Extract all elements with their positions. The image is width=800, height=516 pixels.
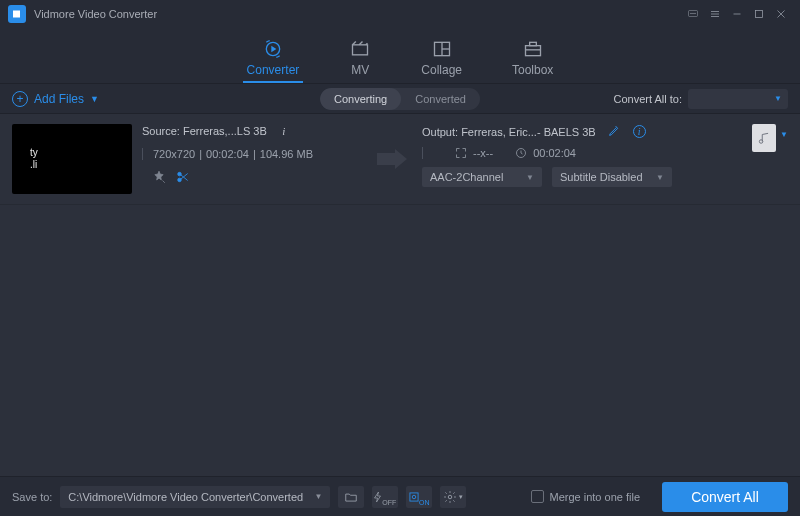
close-icon[interactable] [770,3,792,25]
merge-label: Merge into one file [550,491,641,503]
source-label: Source: [142,125,180,137]
gpu-button[interactable]: ON [406,486,432,508]
mv-icon [349,39,371,59]
tab-label: Converter [247,63,300,77]
feedback-icon[interactable] [682,3,704,25]
app-logo [8,5,26,23]
output-column: Output: Ferreras, Eric...- BAELS 3B i --… [422,124,742,194]
svg-line-23 [163,181,165,183]
tab-mv[interactable]: MV [349,39,371,83]
tab-label: Toolbox [512,63,553,77]
output-label: Output: [422,126,458,138]
segment-converted[interactable]: Converted [401,88,480,110]
star-wand-icon[interactable] [152,170,166,184]
scissors-icon[interactable] [176,170,190,184]
toolbox-icon [522,39,544,59]
format-dropdown-icon[interactable]: ▼ [780,130,788,139]
file-row: ty.li Source: Ferreras,...LS 3B i 720x72… [0,114,800,205]
source-duration: 00:02:04 [206,148,249,160]
expand-icon [455,147,467,159]
save-to-label: Save to: [12,491,52,503]
info-icon[interactable]: i [277,124,291,138]
titlebar: Vidmore Video Converter [0,0,800,28]
plus-circle-icon: + [12,91,28,107]
open-folder-button[interactable] [338,486,364,508]
video-thumbnail[interactable]: ty.li [12,124,132,194]
output-resolution: --x-- [473,147,493,159]
svg-marker-12 [271,46,276,53]
svg-point-31 [412,495,416,499]
dropdown-icon: ▼ [774,94,782,103]
clock-icon [515,147,527,159]
add-files-label: Add Files [34,92,84,106]
checkbox-icon [531,490,544,503]
svg-point-2 [693,13,694,14]
lightning-button[interactable]: OFF [372,486,398,508]
converter-icon [262,39,284,59]
status-segment: Converting Converted [320,88,480,110]
toolbar: + Add Files ▼ Converting Converted Conve… [0,84,800,114]
info-output-icon[interactable]: i [633,125,646,138]
source-column: Source: Ferreras,...LS 3B i 720x720 | 00… [142,124,362,194]
source-resolution: 720x720 [153,148,195,160]
menu-icon[interactable] [704,3,726,25]
footer: Save to: C:\Vidmore\Vidmore Video Conver… [0,476,800,516]
output-filename: Ferreras, Eric...- BAELS 3B [461,126,595,138]
svg-rect-30 [410,492,418,500]
collage-icon [431,39,453,59]
convert-all-to: Convert All to: ▼ [614,89,788,109]
svg-rect-21 [529,42,536,45]
save-path-select[interactable]: C:\Vidmore\Vidmore Video Converter\Conve… [60,486,330,508]
source-filename: Ferreras,...LS 3B [183,125,267,137]
format-tile[interactable] [752,124,776,152]
dropdown-icon: ▼ [656,173,664,182]
tab-label: MV [351,63,369,77]
maximize-icon[interactable] [748,3,770,25]
file-list: ty.li Source: Ferreras,...LS 3B i 720x72… [0,114,800,476]
subtitle-select[interactable]: Subtitle Disabled▼ [552,167,672,187]
arrow-right-icon [372,124,412,194]
source-size: 104.96 MB [260,148,313,160]
svg-point-32 [449,495,453,499]
svg-point-3 [695,13,696,14]
tab-label: Collage [421,63,462,77]
svg-rect-8 [756,11,763,18]
chevron-down-icon: ▼ [90,94,99,104]
tab-converter[interactable]: Converter [247,39,300,83]
add-files-button[interactable]: + Add Files ▼ [12,91,99,107]
settings-button[interactable]: ▾ [440,486,466,508]
audio-track-select[interactable]: AAC-2Channel▼ [422,167,542,187]
minimize-icon[interactable] [726,3,748,25]
dropdown-icon: ▼ [314,492,322,501]
svg-rect-13 [353,45,368,55]
dropdown-icon: ▼ [526,173,534,182]
svg-rect-20 [525,46,540,56]
segment-converting[interactable]: Converting [320,88,401,110]
convert-all-button[interactable]: Convert All [662,482,788,512]
svg-point-1 [691,13,692,14]
output-format: ▼ [752,124,788,194]
edit-icon[interactable] [608,124,621,139]
save-path: C:\Vidmore\Vidmore Video Converter\Conve… [68,491,303,503]
tab-toolbox[interactable]: Toolbox [512,39,553,83]
convert-all-to-label: Convert All to: [614,93,682,105]
tab-collage[interactable]: Collage [421,39,462,83]
app-title: Vidmore Video Converter [34,8,157,20]
merge-checkbox[interactable]: Merge into one file [531,490,641,503]
output-duration: 00:02:04 [533,147,576,159]
convert-all-to-select[interactable]: ▼ [688,89,788,109]
main-tabs: Converter MV Collage Toolbox [0,28,800,84]
